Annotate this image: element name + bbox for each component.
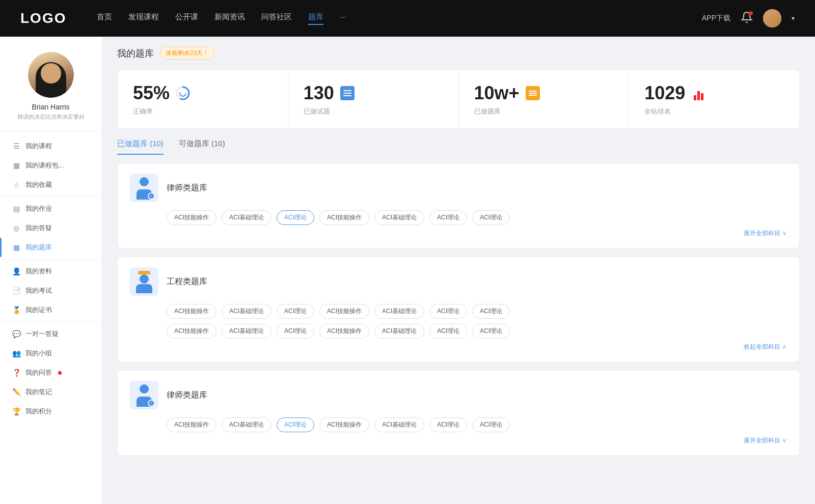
trial-badge: 体验剩余23天！	[160, 47, 214, 60]
notification-bell[interactable]	[741, 11, 753, 25]
sidebar-item-my-quiz[interactable]: ▦ 我的题库	[0, 238, 101, 257]
sidebar-item-my-certificate[interactable]: 🏅 我的证书	[0, 300, 101, 320]
tag[interactable]: ACI理论	[429, 417, 467, 432]
tag[interactable]: ACI基础理论	[374, 304, 424, 319]
sidebar-profile: Brian Harris 错误的决定比没有决定要好	[0, 47, 101, 131]
sidebar-item-my-profile[interactable]: 👤 我的资料	[0, 262, 101, 281]
tag[interactable]: ACI理论	[429, 210, 467, 225]
tag[interactable]: ACI基础理论	[374, 324, 424, 339]
tag[interactable]: ACI技能操作	[167, 304, 216, 319]
tag[interactable]: ACI技能操作	[167, 324, 216, 339]
sidebar-item-my-courses[interactable]: ☰ 我的课程	[0, 136, 101, 156]
navbar-right: APP下载 ▾	[702, 9, 795, 27]
tab-available[interactable]: 可做题库 (10)	[179, 139, 225, 155]
file-icon: ☰	[12, 142, 20, 150]
tag[interactable]: ACI理论	[472, 304, 510, 319]
stat-banks-label: 已做题库	[474, 107, 614, 116]
avatar-image	[28, 52, 74, 98]
sidebar-item-label: 我的积分	[25, 407, 52, 416]
stat-top: 1029	[644, 82, 784, 104]
stat-done-questions: 130 已做试题	[288, 70, 459, 128]
sidebar-item-label: 一对一答疑	[25, 329, 59, 339]
tag[interactable]: ACI技能操作	[319, 210, 369, 225]
page-header: 我的题库 体验剩余23天！	[117, 47, 800, 60]
tag[interactable]: ACI基础理论	[222, 417, 271, 432]
tag[interactable]: ACI理论	[429, 324, 467, 339]
bank-collapse-engineer[interactable]: 收起全部科目 ∧	[130, 343, 787, 351]
tag[interactable]: ACI技能操作	[319, 304, 369, 319]
tab-done[interactable]: 已做题库 (10)	[117, 139, 164, 155]
nav-news[interactable]: 新闻资讯	[214, 12, 245, 25]
user-menu-chevron[interactable]: ▾	[792, 15, 795, 22]
tag[interactable]: ACI基础理论	[222, 210, 271, 225]
tag[interactable]: ACI理论	[472, 417, 510, 432]
sidebar-avatar	[28, 52, 74, 98]
question-mark-icon: ❓	[12, 369, 20, 377]
bank-icon-engineer	[130, 267, 158, 296]
grid-icon: ▦	[12, 243, 20, 251]
tag[interactable]: ACI技能操作	[319, 417, 369, 432]
sidebar: Brian Harris 错误的决定比没有决定要好 ☰ 我的课程 ▦ 我的课程包…	[0, 37, 102, 504]
sidebar-item-course-packages[interactable]: ▦ 我的课程包...	[0, 156, 101, 175]
sidebar-item-homework[interactable]: ▤ 我的作业	[0, 199, 101, 218]
stat-done-label: 已做试题	[304, 107, 443, 116]
document-icon: ▤	[12, 205, 20, 213]
bank-expand-lawyer1[interactable]: 展开全部科目 ∨	[130, 229, 787, 238]
tag[interactable]: ACI基础理论	[374, 417, 424, 432]
person-icon: 🏆	[12, 407, 20, 415]
stat-rank-label: 全站排名	[644, 107, 784, 116]
sidebar-item-one-on-one[interactable]: 💬 一对一答疑	[0, 324, 101, 344]
tag-active[interactable]: ACI理论	[277, 417, 314, 432]
nav-quiz[interactable]: 题库	[308, 12, 323, 25]
nav-discover[interactable]: 发现课程	[128, 12, 159, 25]
tag[interactable]: ACI技能操作	[167, 210, 216, 225]
tag[interactable]: ACI基础理论	[222, 304, 271, 319]
user-avatar[interactable]	[763, 9, 781, 27]
award-icon: 🏅	[12, 306, 20, 314]
sidebar-item-my-questions[interactable]: ❓ 我的问答	[0, 363, 101, 382]
sidebar-item-label: 我的考试	[25, 286, 52, 295]
users-icon: 👤	[12, 267, 20, 275]
stat-rank-value: 1029	[644, 82, 685, 104]
page-title: 我的题库	[117, 47, 154, 60]
stat-accuracy-label: 正确率	[133, 107, 273, 116]
main-content: 我的题库 体验剩余23天！ 55% 正确率	[102, 37, 815, 504]
tag-active[interactable]: ACI理论	[277, 210, 314, 225]
sidebar-item-my-notes[interactable]: ✏️ 我的笔记	[0, 382, 101, 402]
chat-icon: 💬	[12, 330, 20, 338]
bank-section-engineer: 工程类题库 ACI技能操作 ACI基础理论 ACI理论 ACI技能操作 ACI基…	[117, 257, 800, 362]
tag[interactable]: ACI理论	[277, 304, 314, 319]
nav-more[interactable]: ···	[340, 12, 346, 25]
tag[interactable]: ACI技能操作	[319, 324, 369, 339]
tag[interactable]: ACI理论	[472, 210, 510, 225]
nav-open-course[interactable]: 公开课	[175, 12, 198, 25]
nav-home[interactable]: 首页	[97, 12, 112, 25]
sidebar-user-motto: 错误的决定比没有决定要好	[10, 113, 91, 121]
accuracy-icon	[175, 85, 191, 101]
nav-qa[interactable]: 问答社区	[261, 12, 292, 25]
logo[interactable]: LOGO	[20, 10, 66, 26]
sidebar-item-my-exam[interactable]: 📄 我的考试	[0, 281, 101, 300]
sidebar-item-favorites[interactable]: ☆ 我的收藏	[0, 175, 101, 194]
pen-icon: ✏️	[12, 388, 20, 396]
bank-expand-lawyer2[interactable]: 展开全部科目 ∨	[130, 436, 787, 445]
bank-name-engineer: 工程类题库	[167, 276, 207, 287]
tag[interactable]: ACI理论	[277, 324, 314, 339]
sidebar-item-my-points[interactable]: 🏆 我的积分	[0, 402, 101, 421]
sidebar-item-my-qa[interactable]: ◎ 我的答疑	[0, 218, 101, 238]
stat-top: 55%	[133, 82, 273, 104]
nav-links: 首页 发现课程 公开课 新闻资讯 问答社区 题库 ···	[97, 12, 682, 25]
sidebar-item-label: 我的问答	[25, 368, 52, 377]
tag[interactable]: ACI理论	[429, 304, 467, 319]
bank-header: 工程类题库	[130, 267, 787, 296]
tag[interactable]: ACI基础理论	[222, 324, 271, 339]
tag[interactable]: ACI基础理论	[374, 210, 424, 225]
bar-chart-icon: ▦	[12, 161, 20, 170]
tag[interactable]: ACI技能操作	[167, 417, 216, 432]
sidebar-item-label: 我的课程	[25, 142, 52, 151]
app-download-button[interactable]: APP下载	[702, 14, 730, 23]
sidebar-item-label: 我的题库	[25, 243, 52, 252]
sidebar-item-my-group[interactable]: 👥 我的小组	[0, 344, 101, 363]
tag[interactable]: ACI理论	[472, 324, 510, 339]
bank-header: ✓ 律师类题库	[130, 174, 787, 202]
